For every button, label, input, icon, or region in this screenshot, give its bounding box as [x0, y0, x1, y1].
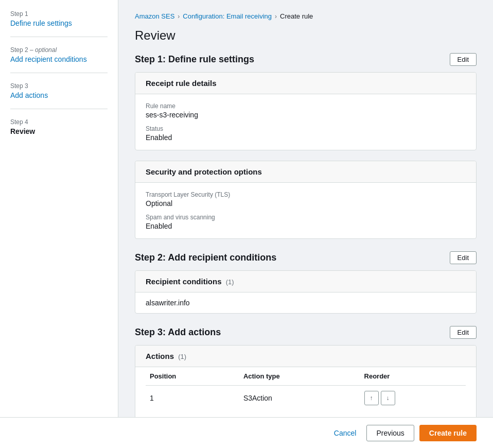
security-options-title: Security and protection options: [146, 167, 262, 176]
sidebar-step-2: Step 2 – optional Add recipient conditio…: [10, 46, 108, 63]
status-value: Enabled: [146, 133, 466, 142]
recipient-conditions-title: Recipient conditions (1): [146, 277, 234, 286]
security-options-header: Security and protection options: [135, 161, 476, 183]
rule-name-field: Rule name ses-s3-receiving: [146, 102, 466, 119]
row-action-type: S3Action: [239, 386, 360, 411]
breadcrumb-sep-1: ›: [178, 13, 180, 20]
table-row: 1 S3Action ↑ ↓: [146, 386, 466, 411]
step1-section: Step 1: Define rule settings Edit Receip…: [135, 53, 477, 239]
breadcrumb-email-receiving[interactable]: Configuration: Email receiving: [183, 12, 272, 20]
actions-count: (1): [178, 353, 186, 360]
security-options-card: Security and protection options Transpor…: [135, 161, 477, 239]
row-position: 1: [146, 386, 239, 411]
page-title: Review: [135, 28, 477, 43]
tls-value: Optional: [146, 199, 466, 208]
step3-section: Step 3: Add actions Edit Actions (1) Pos…: [135, 326, 477, 419]
step2-header-title: Step 2: Add recipient conditions: [135, 252, 276, 263]
sidebar-item-review-active: Review: [10, 127, 35, 135]
step2-section: Step 2: Add recipient conditions Edit Re…: [135, 251, 477, 314]
sidebar-step-4-number: Step 4: [10, 118, 108, 126]
bottom-bar: Cancel Previous Create rule: [0, 417, 493, 448]
rule-name-value: ses-s3-receiving: [146, 111, 466, 119]
receipt-rule-details-title: Receipt rule details: [146, 79, 217, 88]
row-reorder: ↑ ↓: [360, 386, 466, 411]
breadcrumb: Amazon SES › Configuration: Email receiv…: [135, 12, 477, 20]
reorder-down-button[interactable]: ↓: [381, 391, 395, 405]
recipient-conditions-header: Recipient conditions (1): [135, 271, 476, 292]
actions-table: Position Action type Reorder 1 S3Action …: [146, 367, 466, 410]
tls-label: Transport Layer Security (TLS): [146, 191, 466, 198]
breadcrumb-amazon-ses[interactable]: Amazon SES: [135, 12, 174, 20]
breadcrumb-create-rule: Create rule: [280, 12, 313, 20]
sidebar-item-define-rule[interactable]: Define rule settings: [10, 19, 72, 27]
cancel-button[interactable]: Cancel: [329, 426, 362, 440]
sidebar-step-3-number: Step 3: [10, 82, 108, 90]
reorder-up-button[interactable]: ↑: [364, 391, 379, 405]
receipt-rule-details-header: Receipt rule details: [135, 73, 476, 94]
sidebar-step-2-number: Step 2 – optional: [10, 46, 108, 54]
spam-field: Spam and virus scanning Enabled: [146, 214, 466, 230]
col-position: Position: [146, 367, 239, 386]
sidebar-item-add-actions[interactable]: Add actions: [10, 91, 48, 99]
create-rule-button[interactable]: Create rule: [419, 425, 477, 441]
col-reorder: Reorder: [360, 367, 466, 386]
breadcrumb-sep-2: ›: [275, 13, 277, 20]
actions-card: Actions (1) Position Action type Reorder: [135, 345, 477, 419]
status-field: Status Enabled: [146, 125, 466, 142]
step1-header-row: Step 1: Define rule settings Edit: [135, 53, 477, 66]
rule-name-label: Rule name: [146, 102, 466, 110]
step3-edit-button[interactable]: Edit: [450, 326, 477, 339]
step1-edit-button[interactable]: Edit: [450, 53, 477, 66]
sidebar-step-1: Step 1 Define rule settings: [10, 10, 108, 27]
step2-header-row: Step 2: Add recipient conditions Edit: [135, 251, 477, 264]
step1-header-title: Step 1: Define rule settings: [135, 54, 254, 65]
actions-card-header: Actions (1): [135, 346, 476, 367]
main-content: Amazon SES › Configuration: Email receiv…: [118, 0, 493, 448]
receipt-rule-details-body: Rule name ses-s3-receiving Status Enable…: [135, 94, 476, 150]
status-label: Status: [146, 125, 466, 132]
security-options-body: Transport Layer Security (TLS) Optional …: [135, 183, 476, 238]
actions-table-wrapper: Position Action type Reorder 1 S3Action …: [135, 367, 476, 419]
sidebar-item-add-recipient[interactable]: Add recipient conditions: [10, 55, 87, 63]
spam-label: Spam and virus scanning: [146, 214, 466, 221]
actions-title: Actions (1): [146, 352, 186, 360]
sidebar-step-1-number: Step 1: [10, 10, 108, 18]
recipient-conditions-card: Recipient conditions (1) alsawriter.info: [135, 270, 477, 314]
spam-value: Enabled: [146, 222, 466, 230]
sidebar-step-4: Step 4 Review: [10, 118, 108, 135]
sidebar: Step 1 Define rule settings Step 2 – opt…: [0, 0, 118, 448]
step3-header-title: Step 3: Add actions: [135, 327, 221, 338]
step3-header-row: Step 3: Add actions Edit: [135, 326, 477, 339]
recipient-conditions-count: (1): [226, 278, 234, 286]
step2-edit-button[interactable]: Edit: [450, 251, 477, 264]
previous-button[interactable]: Previous: [366, 425, 414, 441]
sidebar-step-3: Step 3 Add actions: [10, 82, 108, 99]
tls-field: Transport Layer Security (TLS) Optional: [146, 191, 466, 208]
receipt-rule-details-card: Receipt rule details Rule name ses-s3-re…: [135, 72, 477, 150]
recipient-value: alsawriter.info: [135, 292, 476, 313]
col-action-type: Action type: [239, 367, 360, 386]
